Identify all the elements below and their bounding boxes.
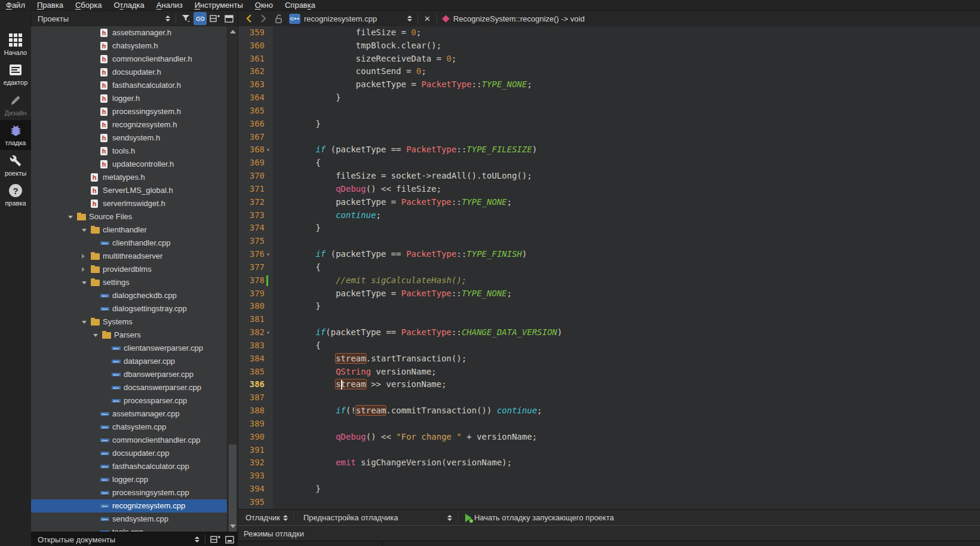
- tree-item-updatecontroller.h[interactable]: hupdatecontroller.h: [31, 158, 227, 171]
- expand-open-icon[interactable]: [68, 216, 73, 219]
- unlocked-padlock-icon[interactable]: [274, 14, 284, 23]
- tree-item-serverlmswidget.h[interactable]: hserverlmswidget.h: [31, 197, 227, 210]
- tree-item-ServerLMS_global.h[interactable]: hServerLMS_global.h: [31, 184, 227, 197]
- split-docs-icon[interactable]: [208, 533, 222, 546]
- start-debug-label[interactable]: Начать отладку запускающего проекта: [474, 513, 614, 522]
- menu-item-0[interactable]: Файл: [0, 0, 31, 10]
- tree-item-sendsystem.h[interactable]: hsendsystem.h: [31, 131, 227, 145]
- code-line-368[interactable]: if (packetType == PacketType::TYPE_FILES…: [273, 143, 980, 157]
- tree-item-processingsystem.cpp[interactable]: processingsystem.cpp: [31, 486, 227, 499]
- close-document-icon[interactable]: ✕: [420, 14, 434, 23]
- tree-item-assetsmanager.h[interactable]: hassetsmanager.h: [31, 26, 227, 39]
- code-line-369[interactable]: {: [273, 157, 980, 170]
- tree-item-Systems[interactable]: Systems: [31, 315, 227, 329]
- code-line-371[interactable]: qDebug() << fileSize;: [273, 183, 980, 196]
- code-line-362[interactable]: countSend = 0;: [273, 65, 980, 78]
- tree-item-processparser.cpp[interactable]: processparser.cpp: [31, 394, 227, 407]
- current-symbol[interactable]: RecognizeSystem::recognize() -> void: [453, 14, 585, 23]
- expand-open-icon[interactable]: [93, 334, 98, 337]
- tree-item-docsanswerparser.cpp[interactable]: docsanswerparser.cpp: [31, 381, 227, 394]
- tree-item-dbanswerparser.cpp[interactable]: dbanswerparser.cpp: [31, 368, 227, 381]
- tree-item-dialogcheckdb.cpp[interactable]: dialogcheckdb.cpp: [31, 289, 227, 302]
- code-line-391[interactable]: [273, 444, 980, 457]
- sidebar-mode-item-4[interactable]: роекты: [0, 150, 31, 180]
- sidebar-mode-item-0[interactable]: Начало: [0, 29, 31, 59]
- tree-item-logger.cpp[interactable]: logger.cpp: [31, 473, 227, 486]
- scrollbar-thumb[interactable]: [229, 444, 236, 545]
- filter-icon[interactable]: [179, 12, 192, 25]
- code-line-379[interactable]: packetType = PacketType::TYPE_NONE;: [273, 287, 980, 300]
- code-line-381[interactable]: [273, 313, 980, 326]
- sidebar-mode-item-3[interactable]: тладка: [0, 120, 31, 150]
- sidebar-mode-item-2[interactable]: Дизайн: [0, 90, 31, 119]
- sidebar-mode-item-5[interactable]: ?правка: [0, 180, 31, 210]
- menu-item-2[interactable]: Сборка: [69, 0, 108, 10]
- tree-item-Source Files[interactable]: Source Files: [31, 210, 227, 223]
- code-line-384[interactable]: stream.startTransaction();: [273, 352, 980, 366]
- tree-item-clienthandler[interactable]: clienthandler: [31, 223, 227, 237]
- code-line-363[interactable]: packetType = PacketType::TYPE_NONE;: [273, 78, 980, 91]
- tree-item-clienthandler.cpp[interactable]: clienthandler.cpp: [31, 237, 227, 250]
- code-line-360[interactable]: tmpBlock.clear();: [273, 39, 980, 53]
- expand-closed-icon[interactable]: [82, 254, 85, 259]
- code-line-367[interactable]: [273, 131, 980, 144]
- tree-item-settings[interactable]: settings: [31, 276, 227, 289]
- fold-marker-icon[interactable]: ▾: [265, 143, 272, 157]
- expand-closed-icon[interactable]: [82, 267, 85, 272]
- code-line-365[interactable]: [273, 105, 980, 118]
- code-line-375[interactable]: [273, 235, 980, 248]
- tree-item-chatsystem.cpp[interactable]: chatsystem.cpp: [31, 421, 227, 434]
- menu-item-3[interactable]: Отладка: [107, 0, 150, 10]
- code-line-392[interactable]: emit sigChangeVersion(versionName);: [273, 456, 980, 470]
- code-line-383[interactable]: {: [273, 339, 980, 352]
- code-line-370[interactable]: fileSize = socket->readAll().toULong();: [273, 170, 980, 183]
- code-line-373[interactable]: continue;: [273, 209, 980, 222]
- tree-item-tools.h[interactable]: htools.h: [31, 145, 227, 158]
- tree-item-clientanswerparser.cpp[interactable]: clientanswerparser.cpp: [31, 342, 227, 355]
- code-line-377[interactable]: {: [273, 261, 980, 274]
- expand-open-icon[interactable]: [82, 321, 87, 324]
- code-line-364[interactable]: }: [273, 91, 980, 105]
- code-line-380[interactable]: }: [273, 300, 980, 313]
- panel-title[interactable]: Проекты: [31, 14, 162, 23]
- tree-item-Parsers[interactable]: Parsers: [31, 329, 227, 342]
- code-line-385[interactable]: QString versionName;: [273, 366, 980, 379]
- expand-open-icon[interactable]: [82, 229, 87, 232]
- code-editor[interactable]: 359360361362363364365366367368▾369370371…: [238, 26, 980, 509]
- debugger-combo[interactable]: Отладчик: [238, 513, 280, 522]
- close-panel-icon[interactable]: [222, 12, 235, 25]
- tree-scrollbar[interactable]: [228, 26, 238, 532]
- preset-combo-arrows-icon[interactable]: [447, 515, 452, 521]
- code-line-395[interactable]: [273, 496, 980, 509]
- code-line-361[interactable]: sizeReceiveData = 0;: [273, 53, 980, 66]
- menu-item-4[interactable]: Анализ: [150, 0, 189, 10]
- tree-item-tools.cpp[interactable]: tools.cpp: [31, 526, 227, 532]
- tree-item-providerdblms[interactable]: providerdblms: [31, 263, 227, 276]
- tree-item-processingsystem.h[interactable]: hprocessingsystem.h: [31, 105, 227, 118]
- code-line-388[interactable]: if(!stream.commitTransaction()) continue…: [273, 404, 980, 418]
- code-line-376[interactable]: if (packetType == PacketType::TYPE_FINIS…: [273, 248, 980, 261]
- tree-item-recognizesystem.cpp[interactable]: recognizesystem.cpp: [31, 499, 227, 513]
- code-line-390[interactable]: qDebug() << "For change " + versionName;: [273, 431, 980, 444]
- open-documents-title[interactable]: Открытые документы: [31, 535, 192, 544]
- menu-item-6[interactable]: Окно: [249, 0, 279, 10]
- tree-item-commonclienthandler.cpp[interactable]: commonclienthandler.cpp: [31, 434, 227, 447]
- tree-item-sendsystem.cpp[interactable]: sendsystem.cpp: [31, 513, 227, 526]
- expand-open-icon[interactable]: [82, 281, 87, 284]
- tree-item-chatsystem.h[interactable]: hchatsystem.h: [31, 39, 227, 53]
- navigate-back-icon[interactable]: [245, 14, 254, 23]
- code-line-382[interactable]: if(packetType == PacketType::CHANGE_DATA…: [273, 326, 980, 339]
- code-line-359[interactable]: fileSize = 0;: [273, 26, 980, 39]
- tree-item-dataparser.cpp[interactable]: dataparser.cpp: [31, 355, 227, 368]
- open-file-name[interactable]: recognizesystem.cpp: [304, 14, 404, 23]
- code-line-374[interactable]: }: [273, 222, 980, 235]
- fold-marker-icon[interactable]: ▾: [265, 248, 272, 261]
- code-line-389[interactable]: [273, 418, 980, 431]
- debugger-combo-arrows-icon[interactable]: [283, 515, 288, 521]
- split-panel-icon[interactable]: [208, 12, 221, 25]
- sync-with-editor-link-icon[interactable]: [193, 12, 207, 25]
- code-line-378[interactable]: //emit sigCalculateHash();: [273, 274, 980, 287]
- tree-item-assetsmanager.cpp[interactable]: assetsmanager.cpp: [31, 407, 227, 421]
- code-line-394[interactable]: }: [273, 483, 980, 496]
- tree-item-metatypes.h[interactable]: hmetatypes.h: [31, 171, 227, 184]
